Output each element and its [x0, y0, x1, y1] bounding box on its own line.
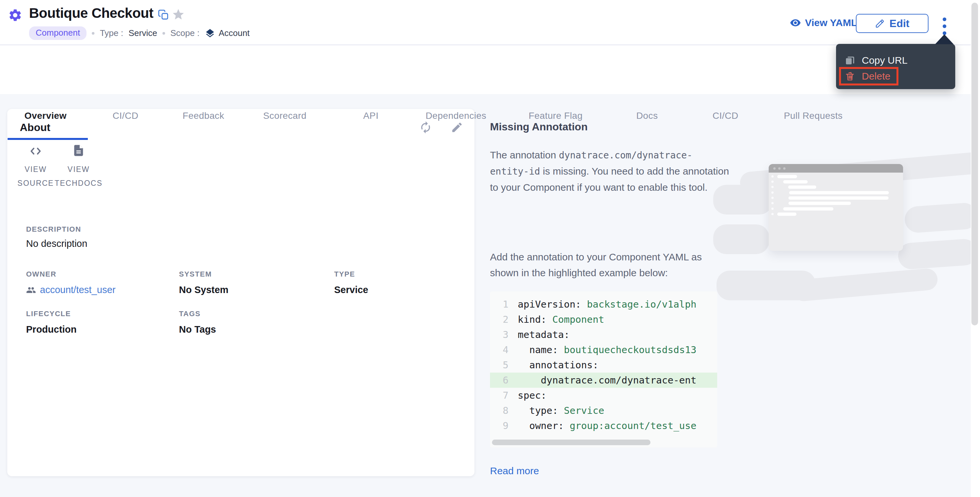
copy-name-icon[interactable]	[158, 9, 169, 21]
menu-caret	[935, 34, 954, 44]
view-source-label: VIEWSOURCE	[18, 162, 54, 190]
menu-item-delete[interactable]: Delete	[836, 68, 955, 84]
owner-label: OWNER	[26, 270, 56, 278]
component-gear-icon	[8, 8, 22, 22]
scope-value: Account	[219, 28, 250, 38]
edit-button[interactable]: Edit	[856, 14, 929, 33]
tab-cicd[interactable]: CI/CD	[113, 111, 138, 121]
vertical-scrollbar-track[interactable]	[971, 0, 980, 497]
view-techdocs-button[interactable]: VIEWTECHDOCS	[57, 143, 100, 190]
kind-badge: Component	[29, 26, 86, 40]
menu-item-copy-url[interactable]: Copy URL	[836, 52, 955, 68]
read-more-link[interactable]: Read more	[490, 465, 539, 476]
separator-dot	[92, 32, 94, 35]
view-source-button[interactable]: VIEWSOURCE	[14, 144, 57, 190]
tab-docs[interactable]: Docs	[636, 111, 658, 121]
type-label: Type :	[100, 28, 123, 38]
delete-label: Delete	[862, 71, 891, 82]
tags-label: TAGS	[179, 310, 200, 318]
system-label: SYSTEM	[179, 270, 212, 278]
description-label: DESCRIPTION	[26, 225, 81, 233]
code-horizontal-scrollbar[interactable]	[492, 440, 651, 445]
owner-value: account/test_user	[40, 284, 116, 295]
owner-link[interactable]: account/test_user	[26, 284, 116, 295]
active-tab-underline	[8, 138, 88, 140]
favorite-star-icon[interactable]	[172, 8, 185, 21]
tab-feedback[interactable]: Feedback	[183, 111, 224, 121]
tags-value: No Tags	[179, 324, 216, 335]
entity-tabs-bar: Overview CI/CD Feedback Scorecard API De…	[0, 46, 971, 94]
more-options-menu: Copy URL Delete	[836, 44, 955, 89]
view-techdocs-label: VIEWTECHDOCS	[54, 162, 102, 190]
refresh-icon[interactable]	[418, 119, 434, 135]
view-yaml-button[interactable]: View YAML	[790, 17, 857, 29]
code-line: 7spec:	[490, 388, 717, 403]
code-line: 3metadata:	[490, 327, 717, 342]
type-field-label: TYPE	[334, 270, 355, 278]
more-options-kebab-button[interactable]	[937, 16, 951, 36]
missing-annotation-title: Missing Annotation	[490, 121, 588, 133]
eye-icon	[790, 17, 801, 29]
copy-url-label: Copy URL	[862, 55, 907, 66]
type-field-value: Service	[334, 284, 368, 295]
copy-url-icon	[845, 55, 855, 66]
scope-label: Scope :	[170, 28, 199, 38]
tab-api[interactable]: API	[363, 111, 379, 121]
entity-header: Boutique Checkout Component Type : Servi…	[0, 0, 971, 45]
tab-cicd-2[interactable]: CI/CD	[713, 111, 738, 121]
code-editor-illustration	[720, 142, 974, 287]
pencil-icon	[875, 19, 885, 29]
code-line: 5 annotations:	[490, 357, 717, 373]
edit-about-pencil-icon[interactable]	[449, 119, 465, 135]
yaml-code-block: 1apiVersion: backstage.io/v1alph 2kind: …	[490, 291, 717, 448]
yaml-code-rows: 1apiVersion: backstage.io/v1alph 2kind: …	[490, 297, 717, 433]
mock-editor-window	[769, 164, 903, 251]
code-line: 4 name: boutiquecheckoutsdsds13	[490, 342, 717, 357]
about-card-title: About	[20, 121, 50, 133]
code-line-highlighted: 6 dynatrace.com/dynatrace-ent	[490, 373, 717, 388]
missing-annotation-paragraph: The annotation dynatrace.com/dynatrace-e…	[490, 147, 731, 195]
lifecycle-value: Production	[26, 324, 76, 335]
vertical-scrollbar-thumb[interactable]	[971, 3, 978, 326]
entity-meta-row: Component Type : Service Scope : Account	[29, 26, 250, 40]
code-line: 8 type: Service	[490, 403, 717, 418]
tab-dependencies[interactable]: Dependencies	[426, 111, 486, 121]
layers-icon	[205, 28, 215, 39]
entity-overview-page: Boutique Checkout Component Type : Servi…	[0, 0, 980, 497]
code-line: 1apiVersion: backstage.io/v1alph	[490, 297, 717, 312]
scope-value-wrap: Account	[205, 28, 250, 39]
tab-scorecard[interactable]: Scorecard	[263, 111, 306, 121]
separator-dot	[162, 32, 165, 35]
code-brackets-icon	[29, 144, 43, 158]
lifecycle-label: LIFECYCLE	[26, 310, 71, 318]
system-value: No System	[179, 284, 229, 295]
tab-feature-flag[interactable]: Feature Flag	[529, 111, 583, 121]
view-yaml-label: View YAML	[805, 17, 857, 29]
add-annotation-paragraph: Add the annotation to your Component YAM…	[490, 249, 731, 281]
about-card: About VIEWSOURCE VIEWTECHDOCS DESCRIPTIO…	[7, 109, 474, 476]
code-line: 9 owner: group:account/test_use	[490, 418, 717, 433]
description-value: No description	[26, 238, 87, 249]
page-title: Boutique Checkout	[29, 5, 154, 21]
document-icon	[72, 143, 85, 158]
edit-button-label: Edit	[889, 17, 909, 30]
type-value: Service	[129, 28, 157, 38]
tab-overview[interactable]: Overview	[24, 111, 67, 121]
code-line: 2kind: Component	[490, 312, 717, 327]
tab-pull-requests[interactable]: Pull Requests	[784, 111, 843, 121]
trash-icon	[845, 71, 855, 81]
mock-window-titlebar	[769, 164, 903, 173]
group-people-icon	[26, 285, 36, 295]
